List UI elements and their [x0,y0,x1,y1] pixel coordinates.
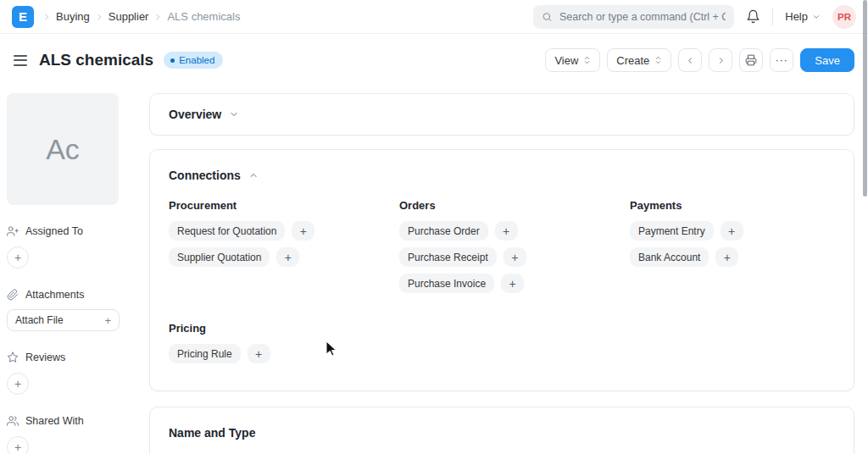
print-button[interactable] [739,48,763,72]
group-title: Procurement [169,199,399,212]
add-purchase-order-button[interactable]: + [495,221,518,241]
connections-group-orders: OrdersPurchase Order+Purchase Receipt+Pu… [399,199,630,300]
main-content: Overview Connections ProcurementRequest … [149,93,854,454]
connections-group-procurement: ProcurementRequest for Quotation+Supplie… [169,199,399,300]
document-sidebar: Ac Assigned To + Attachments Attach File… [7,93,120,454]
chevron-right-icon [153,13,162,21]
shared-with-section: Shared With + [7,415,120,454]
add-pricing-rule-button[interactable]: + [248,344,270,363]
page-header: ALS chemicals Enabled View Create · [0,34,868,86]
document-link-request-for-quotation[interactable]: Request for Quotation [169,221,285,241]
add-share-button[interactable]: + [7,436,29,454]
document-link-row: Bank Account+ [630,247,835,267]
select-chevrons-icon [583,55,591,65]
connections-grid: ProcurementRequest for Quotation+Supplie… [169,199,835,300]
search-icon [542,11,553,23]
breadcrumb-item-supplier[interactable]: Supplier [108,10,149,23]
document-link-bank-account[interactable]: Bank Account [630,247,709,267]
user-avatar[interactable]: PR [832,5,856,29]
attachments-label: Attachments [25,289,84,301]
add-review-button[interactable]: + [7,373,29,395]
chevron-left-icon [686,56,695,65]
star-icon [7,352,19,363]
top-navbar: E BuyingSupplierALS chemicals Help PR [0,0,868,34]
document-link-row: Purchase Order+ [399,221,630,241]
shared-with-label: Shared With [25,415,84,427]
document-link-purchase-invoice[interactable]: Purchase Invoice [399,274,494,293]
reviews-section: Reviews + [7,352,120,395]
connections-grid-row2: PricingPricing Rule+ [169,322,835,370]
attachments-section: Attachments Attach File + [7,289,120,331]
shared-with-header: Shared With [7,415,120,427]
breadcrumb-item-als-chemicals: ALS chemicals [167,10,240,23]
search-input[interactable] [559,11,726,23]
more-options-button[interactable]: ··· [770,48,793,72]
attachments-header: Attachments [7,289,120,301]
breadcrumb: E BuyingSupplierALS chemicals [12,6,240,28]
chevron-right-icon [716,56,726,65]
create-button-label: Create [616,54,649,67]
document-link-purchase-order[interactable]: Purchase Order [399,221,488,241]
document-link-row: Payment Entry+ [630,221,835,241]
document-link-row: Purchase Receipt+ [399,247,630,267]
document-link-supplier-quotation[interactable]: Supplier Quotation [169,247,270,267]
chevron-right-icon [95,13,103,21]
group-title: Orders [399,199,630,212]
attach-file-label: Attach File [15,314,64,326]
add-payment-entry-button[interactable]: + [721,221,743,241]
add-bank-account-button[interactable]: + [715,247,738,267]
group-title: Payments [630,199,835,212]
connections-title: Connections [169,169,241,182]
breadcrumb-item-buying[interactable]: Buying [56,10,90,23]
add-supplier-quotation-button[interactable]: + [276,247,299,267]
overview-section-header[interactable]: Overview [169,108,239,121]
notifications-bell-icon[interactable] [746,9,760,24]
document-link-row: Pricing Rule+ [169,344,399,363]
user-plus-icon [7,225,19,237]
group-title: Pricing [169,322,399,335]
printer-icon [745,54,757,66]
supplier-image-placeholder[interactable]: Ac [7,93,119,205]
connections-section: Connections ProcurementRequest for Quota… [149,149,854,391]
add-assignment-button[interactable]: + [7,246,29,269]
add-purchase-receipt-button[interactable]: + [504,247,526,267]
document-link-row: Request for Quotation+ [169,221,399,241]
add-purchase-invoice-button[interactable]: + [501,274,524,293]
assigned-to-section: Assigned To + [7,225,120,269]
add-request-for-quotation-button[interactable]: + [292,221,314,241]
chevron-up-icon [248,170,259,180]
document-link-pricing-rule[interactable]: Pricing Rule [169,344,241,363]
save-button[interactable]: Save [800,48,854,72]
overview-section: Overview [149,93,854,136]
help-menu[interactable]: Help [785,10,821,23]
name-and-type-title: Name and Type [169,426,255,440]
status-badge: Enabled [164,52,223,69]
page-title: ALS chemicals [39,51,153,69]
name-and-type-section: Name and Type Supplier Name *Supplier Gr… [149,407,854,454]
reviews-label: Reviews [25,352,65,363]
global-search[interactable] [533,5,734,29]
attach-file-button[interactable]: Attach File + [7,309,120,331]
toolbar: View Create ··· Save [545,48,854,72]
previous-record-button[interactable] [678,48,702,72]
document-link-purchase-receipt[interactable]: Purchase Receipt [399,247,497,267]
connections-section-header[interactable]: Connections [169,169,835,182]
next-record-button[interactable] [709,48,732,72]
plus-icon: + [104,314,111,327]
chevron-right-icon [42,13,51,21]
chevron-down-icon [812,13,821,21]
breadcrumb-items: BuyingSupplierALS chemicals [42,10,240,23]
users-icon [7,415,19,427]
connections-group-payments: PaymentsPayment Entry+Bank Account+ [630,199,835,300]
document-link-payment-entry[interactable]: Payment Entry [630,221,714,241]
create-button[interactable]: Create [607,48,671,72]
vertical-scrollbar[interactable] [863,0,867,197]
paperclip-icon [7,289,19,301]
status-badge-label: Enabled [179,55,214,65]
sidebar-toggle-icon[interactable] [14,55,27,66]
status-dot-icon [170,58,175,63]
navbar-divider [772,8,773,25]
view-button[interactable]: View [545,48,600,72]
erpnext-logo-icon[interactable]: E [12,6,34,28]
view-button-label: View [554,54,578,67]
